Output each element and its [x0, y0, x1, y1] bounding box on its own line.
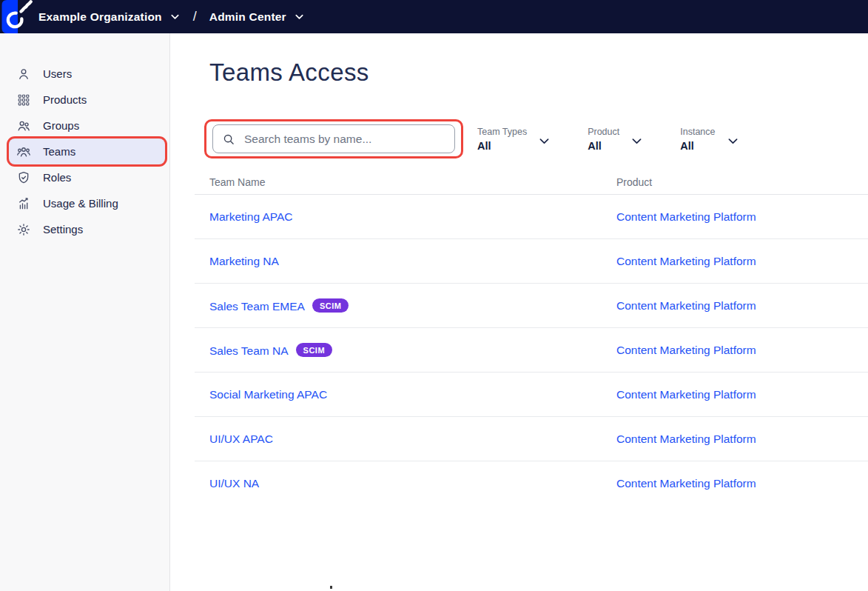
org-switcher-label: Example Organization	[38, 10, 162, 24]
product-link[interactable]: Content Marketing Platform	[616, 210, 756, 223]
optimizely-logo-icon	[0, 0, 38, 33]
product-link[interactable]: Content Marketing Platform	[616, 477, 756, 490]
table-row: Sales Team NASCIM Content Marketing Plat…	[195, 328, 868, 373]
sidebar: Users Products Groups Teams Roles Usage …	[0, 33, 170, 591]
scim-badge: SCIM	[296, 343, 333, 357]
table-body: Marketing APAC Content Marketing Platfor…	[195, 195, 868, 506]
user-icon	[16, 67, 31, 81]
shield-check-icon	[16, 170, 31, 185]
product-link[interactable]: Content Marketing Platform	[616, 255, 756, 267]
gear-icon	[16, 222, 31, 237]
sidebar-item-roles[interactable]: Roles	[9, 164, 165, 190]
filter-label: Instance	[680, 127, 715, 137]
group-icon	[16, 118, 31, 133]
column-header-team-name: Team Name	[195, 176, 616, 188]
sidebar-item-usage-billing[interactable]: Usage & Billing	[9, 190, 165, 216]
team-name-link[interactable]: Marketing NA	[209, 255, 279, 267]
filters: Team Types All Product All Instance All	[477, 119, 739, 152]
table-row: UI/UX NA Content Marketing Platform	[195, 461, 868, 506]
filter-selected-value: All	[680, 140, 715, 152]
teams-table: Team Name Product Marketing APAC Content…	[195, 170, 868, 506]
table-row: Marketing NA Content Marketing Platform	[195, 239, 868, 284]
sidebar-item-products[interactable]: Products	[9, 87, 165, 113]
sidebar-item-users[interactable]: Users	[9, 61, 165, 87]
filter-team-types[interactable]: Team Types All	[477, 127, 551, 152]
sidebar-item-label: Teams	[43, 145, 75, 158]
chevron-down-icon	[538, 135, 551, 147]
table-row: Social Marketing APAC Content Marketing …	[195, 373, 868, 417]
team-name-link[interactable]: Social Marketing APAC	[209, 388, 327, 401]
sidebar-item-label: Settings	[43, 223, 83, 236]
product-link[interactable]: Content Marketing Platform	[616, 433, 756, 445]
sidebar-item-label: Usage & Billing	[43, 197, 118, 210]
main-content: Teams Access Team Types All Product All	[170, 33, 868, 591]
chevron-down-icon	[294, 11, 305, 22]
sidebar-item-label: Roles	[43, 171, 71, 184]
filter-product[interactable]: Product All	[588, 127, 643, 152]
search-icon	[222, 133, 235, 146]
team-name-link[interactable]: Sales Team NA	[209, 344, 289, 357]
breadcrumb-separator: /	[193, 9, 197, 24]
bar-chart-icon	[16, 196, 31, 211]
product-link[interactable]: Content Marketing Platform	[616, 388, 756, 401]
sidebar-item-groups[interactable]: Groups	[9, 113, 165, 138]
topbar: Example Organization / Admin Center	[0, 0, 868, 33]
product-link[interactable]: Content Marketing Platform	[616, 299, 756, 312]
column-header-product: Product	[616, 176, 868, 188]
table-row: Sales Team EMEASCIM Content Marketing Pl…	[195, 284, 868, 328]
sidebar-item-label: Products	[43, 93, 87, 106]
scim-badge: SCIM	[312, 298, 349, 313]
annotation-search-highlight	[204, 119, 463, 158]
sidebar-item-settings[interactable]: Settings	[9, 216, 165, 242]
team-name-link[interactable]: Sales Team EMEA	[209, 300, 305, 313]
org-switcher[interactable]: Example Organization	[38, 10, 181, 24]
table-row: Marketing APAC Content Marketing Platfor…	[195, 195, 868, 239]
grid-icon	[16, 93, 31, 107]
filter-label: Team Types	[477, 127, 527, 137]
search-input[interactable]	[243, 132, 445, 147]
filter-label: Product	[588, 127, 619, 137]
table-header-row: Team Name Product	[195, 170, 868, 195]
search-box[interactable]	[212, 124, 455, 153]
team-name-link[interactable]: UI/UX APAC	[209, 433, 273, 445]
admin-center-label: Admin Center	[209, 10, 286, 24]
filter-selected-value: All	[588, 140, 619, 152]
controls-row: Team Types All Product All Instance All	[204, 119, 868, 158]
sidebar-item-label: Users	[43, 67, 72, 80]
filter-selected-value: All	[477, 140, 527, 152]
chevron-down-icon	[169, 11, 181, 22]
table-row: UI/UX APAC Content Marketing Platform	[195, 417, 868, 461]
teams-icon	[16, 144, 31, 159]
product-link[interactable]: Content Marketing Platform	[616, 344, 756, 356]
sidebar-item-label: Groups	[43, 119, 79, 132]
chevron-down-icon	[727, 135, 739, 147]
filter-instance[interactable]: Instance All	[680, 127, 739, 152]
team-name-link[interactable]: UI/UX NA	[209, 477, 259, 490]
cutoff-artifact-dot	[330, 586, 332, 589]
logo-button[interactable]	[0, 0, 38, 33]
chevron-down-icon	[630, 135, 643, 147]
page-title: Teams Access	[209, 59, 868, 87]
sidebar-item-teams[interactable]: Teams	[9, 138, 165, 164]
team-name-link[interactable]: Marketing APAC	[209, 210, 293, 223]
admin-center-switcher[interactable]: Admin Center	[209, 10, 305, 24]
